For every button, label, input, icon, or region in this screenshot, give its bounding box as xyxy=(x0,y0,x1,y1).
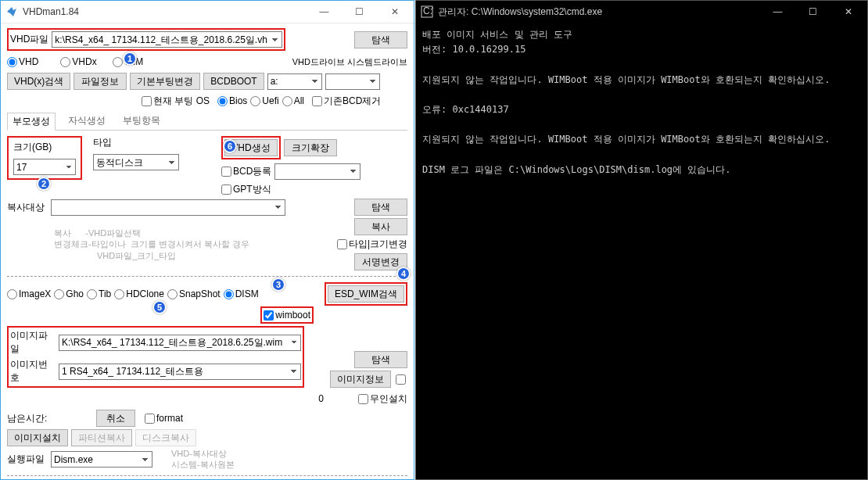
vhdfile-group: VHD파일 k:\RS4_x64_ 17134.112_테스트용_2018.6.… xyxy=(7,28,285,51)
copy-hint: 복사 -VHD파일선택 변경체크-타입이나 크기를 변경시켜서 복사할 경우 V… xyxy=(54,227,249,261)
vhdfile-select[interactable]: k:\RS4_x64_ 17134.112_테스트용_2018.6.25일.vh… xyxy=(52,31,282,48)
vhdman-window: VHDman1.84 — ☐ ✕ VHD파일 k:\RS4_x64_ 17134… xyxy=(0,0,414,480)
tab-parent[interactable]: 부모생성 xyxy=(7,113,56,131)
boot-change-button[interactable]: 기본부팅변경 xyxy=(130,73,200,90)
radio-imagex[interactable]: ImageX xyxy=(7,288,51,299)
radio-bios[interactable]: Bios xyxy=(217,95,247,106)
radio-all[interactable]: All xyxy=(282,95,304,106)
vhdfile-label: VHD파일 xyxy=(10,33,48,46)
disk-copy-button: 디스크복사 xyxy=(135,429,196,446)
type-label: 타입 xyxy=(93,136,179,149)
progress-zero: 0 xyxy=(318,393,324,404)
radio-vhd[interactable]: VHD xyxy=(7,56,38,67)
divider-2 xyxy=(7,475,407,476)
imgfile-select[interactable]: K:\RS4_x64_ 17134.112_테스트용_2018.6.25일.wi… xyxy=(59,335,301,351)
tab-child[interactable]: 자식생성 xyxy=(63,113,110,129)
cmd-output[interactable]: 배포 이미지 서비스 및 관리 도구 버전: 10.0.16299.15 지원되… xyxy=(416,23,867,479)
browse-button-1[interactable]: 탐색 xyxy=(354,31,407,48)
img-install-button[interactable]: 이미지설치 xyxy=(7,429,68,446)
maximize-button[interactable]: ☐ xyxy=(342,1,377,23)
copy-button[interactable]: 복사 xyxy=(354,218,407,235)
cmd-icon: C:\ xyxy=(421,5,433,18)
drive-label: VHD드라이브 시스템드라이브 xyxy=(292,56,407,68)
cancel-button[interactable]: 취소 xyxy=(96,410,135,427)
bcd-select[interactable] xyxy=(274,163,360,180)
vhd-search-button[interactable]: VHD(x)검색 xyxy=(7,73,70,90)
bcd-remove-checkbox[interactable]: 기존BCD제거 xyxy=(312,95,381,108)
esd-wim-group: ESD_WIM검색 xyxy=(325,282,407,306)
current-os-checkbox[interactable]: 현재 부팅 OS xyxy=(142,95,210,108)
remain-label: 남은시간: xyxy=(7,412,93,425)
exec-label: 실행파일 xyxy=(7,453,48,466)
drive-select[interactable]: a: xyxy=(267,73,322,90)
radio-hdclone[interactable]: HDClone xyxy=(114,288,164,299)
radio-dism[interactable]: DISM xyxy=(224,288,259,299)
cmd-close-button[interactable]: ✕ xyxy=(830,1,866,23)
browse-button-3[interactable]: 탐색 xyxy=(354,351,407,368)
divider xyxy=(7,276,407,277)
radio-uefi[interactable]: Uefi xyxy=(250,95,278,106)
vhd-create-group: VHD생성 xyxy=(221,136,281,159)
copytarget-label: 복사대상 xyxy=(7,201,48,214)
close-button[interactable]: ✕ xyxy=(377,1,412,23)
bcd-reg-checkbox[interactable]: BCD등록 xyxy=(221,165,271,178)
typesize-checkbox[interactable]: 타입|크기변경 xyxy=(337,238,407,251)
tab-bootitem[interactable]: 부팅항목 xyxy=(118,113,165,129)
radio-vhdx[interactable]: VHDx xyxy=(60,56,96,67)
sysdrive-select[interactable] xyxy=(325,73,380,90)
part-copy-button[interactable]: 파티션복사 xyxy=(71,429,132,446)
size-select[interactable]: 17 xyxy=(13,159,76,175)
bcdboot-button[interactable]: BCDBOOT xyxy=(203,73,264,90)
cmd-minimize-button[interactable]: — xyxy=(760,1,795,23)
imginfo-checkbox[interactable] xyxy=(396,374,406,385)
vhd-create-button[interactable]: VHD생성 xyxy=(224,139,278,156)
size-group: 크기(GB) 17 xyxy=(7,136,82,180)
unattend-checkbox[interactable]: 무인설치 xyxy=(358,392,407,406)
radio-wim[interactable]: WIM xyxy=(113,56,144,67)
format-checkbox[interactable]: format xyxy=(145,413,183,424)
minimize-button[interactable]: — xyxy=(307,1,342,23)
esd-wim-button[interactable]: ESD_WIM검색 xyxy=(328,285,404,303)
app-icon xyxy=(5,5,18,18)
copytarget-select[interactable] xyxy=(51,199,285,216)
wimboot-group: wimboot xyxy=(260,306,314,324)
cmd-title: 관리자: C:\Windows\system32\cmd.exe xyxy=(438,5,760,19)
img-info-button[interactable]: 이미지정보 xyxy=(330,371,391,388)
gpt-checkbox[interactable]: GPT방식 xyxy=(221,183,360,196)
wimboot-checkbox[interactable]: wimboot xyxy=(264,310,310,321)
cmd-titlebar[interactable]: C:\ 관리자: C:\Windows\system32\cmd.exe — ☐… xyxy=(416,1,867,23)
titlebar[interactable]: VHDman1.84 — ☐ ✕ xyxy=(1,1,414,23)
browse-button-2[interactable]: 탐색 xyxy=(354,199,407,216)
svg-text:C:\: C:\ xyxy=(423,5,433,16)
exec-hint: VHD-복사대상 시스템-복사원본 xyxy=(171,449,235,469)
radio-gho[interactable]: Gho xyxy=(54,288,84,299)
size-expand-button[interactable]: 크기확장 xyxy=(284,139,337,156)
cmd-maximize-button[interactable]: ☐ xyxy=(795,1,830,23)
cmd-window: C:\ 관리자: C:\Windows\system32\cmd.exe — ☐… xyxy=(415,0,868,480)
exec-select[interactable]: Dism.exe xyxy=(51,451,152,467)
size-label: 크기(GB) xyxy=(13,141,52,154)
app-title: VHDman1.84 xyxy=(23,6,307,17)
badge-3: 3 xyxy=(271,278,285,292)
radio-tib[interactable]: Tib xyxy=(87,288,111,299)
type-select[interactable]: 동적디스크 xyxy=(93,154,179,170)
file-info-button[interactable]: 파일정보 xyxy=(74,73,127,90)
radio-snapshot[interactable]: SnapShot xyxy=(167,288,221,299)
rename-button[interactable]: 서명변경 xyxy=(354,253,407,270)
